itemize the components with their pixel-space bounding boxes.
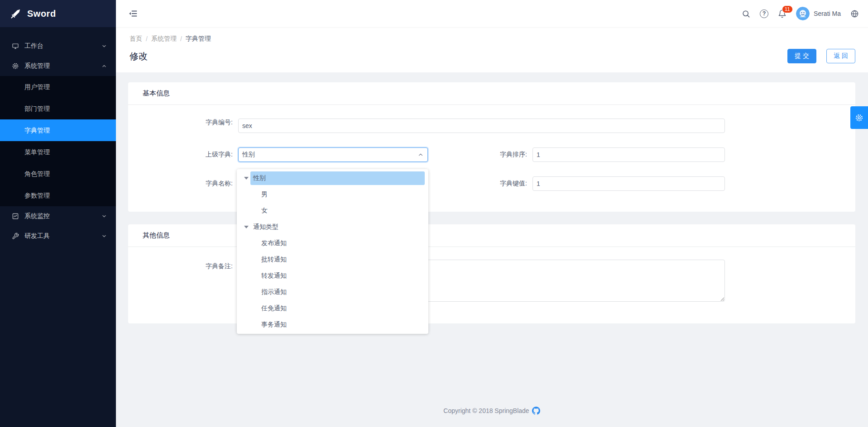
tree-node-label[interactable]: 指示通知 — [259, 285, 425, 299]
chevron-down-icon — [101, 43, 107, 49]
tree-node-label[interactable]: 任免通知 — [259, 302, 425, 315]
search-icon[interactable] — [742, 9, 750, 18]
tree-node[interactable]: 通知类型 — [237, 219, 428, 235]
footer: Copyright © 2018 SpringBlade — [128, 407, 855, 415]
github-icon[interactable] — [532, 407, 540, 415]
sidebar-item-param-mgmt[interactable]: 参数管理 — [0, 185, 116, 206]
tree-node[interactable]: 性别 — [237, 170, 428, 186]
dict-key-input[interactable] — [532, 176, 725, 191]
dict-sort-label: 字典排序: — [428, 151, 532, 159]
breadcrumb-current: 字典管理 — [186, 35, 211, 43]
dict-sort-input[interactable] — [532, 147, 725, 162]
breadcrumb-separator: / — [146, 35, 148, 43]
gear-icon — [12, 62, 19, 70]
tree-node[interactable]: 发布通知 — [237, 235, 428, 251]
sidebar-item-monitor[interactable]: 系统监控 — [0, 206, 116, 226]
form-row: 上级字典: 性别 字典排序: — [128, 147, 725, 162]
avatar — [796, 7, 810, 20]
copyright-text: Copyright © 2018 SpringBlade — [443, 407, 529, 414]
chevron-down-icon — [101, 214, 107, 219]
dict-name-label: 字典名称: — [128, 180, 238, 188]
line-chart-icon — [12, 213, 19, 220]
title-row: 修改 提 交 返 回 — [129, 49, 855, 63]
help-icon[interactable] — [760, 9, 768, 18]
globe-icon[interactable] — [850, 9, 859, 18]
app-root: Sword 工作台 系统管理 — [0, 0, 868, 427]
gear-icon — [855, 114, 863, 122]
chevron-up-icon — [101, 63, 107, 69]
sidebar-item-system[interactable]: 系统管理 — [0, 56, 116, 76]
tree-node-label[interactable]: 女 — [259, 204, 425, 218]
user-menu[interactable]: Serati Ma — [796, 7, 841, 20]
sidebar-item-label: 研发工具 — [24, 232, 101, 240]
sidebar-item-workbench[interactable]: 工作台 — [0, 36, 116, 56]
caret-placeholder — [250, 304, 259, 313]
form-row: 字典编号: — [128, 119, 725, 133]
submit-button[interactable]: 提 交 — [787, 49, 816, 63]
menu-fold-icon[interactable] — [128, 9, 138, 19]
tree-node[interactable]: 任免通知 — [237, 300, 428, 317]
chevron-down-icon — [101, 233, 107, 239]
notification-badge: 11 — [782, 5, 792, 13]
tree-node[interactable]: 指示通知 — [237, 284, 428, 300]
topbar-actions: 11 Serati Ma — [742, 7, 859, 20]
settings-fab-button[interactable] — [850, 106, 868, 129]
breadcrumb-home[interactable]: 首页 — [129, 35, 142, 43]
tree-node-label[interactable]: 发布通知 — [259, 237, 425, 250]
parent-dict-select[interactable]: 性别 — [238, 147, 428, 162]
dict-key-label: 字典键值: — [428, 180, 532, 188]
wrench-icon — [12, 232, 19, 240]
content: 基本信息 字典编号: 上级字典: 性别 — [116, 72, 868, 427]
back-button[interactable]: 返 回 — [826, 49, 855, 63]
tree-node[interactable]: 男 — [237, 186, 428, 203]
dict-code-label: 字典编号: — [128, 119, 238, 133]
caret-placeholder — [250, 239, 259, 247]
sidebar-item-label: 工作台 — [24, 42, 101, 50]
parent-dict-select-value: 性别 — [242, 151, 417, 159]
logo[interactable]: Sword — [0, 0, 116, 27]
caret-placeholder — [250, 256, 259, 264]
dict-code-input[interactable] — [238, 119, 725, 133]
sword-icon — [10, 8, 22, 19]
parent-dict-label: 上级字典: — [128, 151, 238, 159]
chevron-up-icon — [417, 152, 424, 158]
tree-node-label[interactable]: 事务通知 — [259, 318, 425, 332]
tree-node[interactable]: 女 — [237, 203, 428, 219]
caret-placeholder — [250, 288, 259, 296]
sidebar-nav: 工作台 系统管理 用户管理 部门管理 字典管理 — [0, 27, 116, 246]
user-name: Serati Ma — [814, 10, 841, 17]
tree-node-label[interactable]: 性别 — [250, 171, 425, 185]
caret-placeholder — [250, 207, 259, 215]
caret-down-icon[interactable] — [242, 223, 250, 231]
monitor-icon — [12, 43, 19, 50]
caret-placeholder — [250, 272, 259, 280]
caret-placeholder — [250, 190, 259, 199]
breadcrumb-system[interactable]: 系统管理 — [151, 35, 177, 43]
tree-node-label[interactable]: 男 — [259, 188, 425, 201]
tree-node[interactable]: 转发通知 — [237, 268, 428, 284]
dict-remark-label: 字典备注: — [128, 260, 238, 270]
notifications-button[interactable]: 11 — [778, 9, 786, 18]
caret-down-icon[interactable] — [242, 174, 250, 182]
title-actions: 提 交 返 回 — [787, 49, 855, 63]
basic-info-title: 基本信息 — [128, 82, 855, 105]
sidebar-item-user-mgmt[interactable]: 用户管理 — [0, 76, 116, 98]
topbar: 11 Serati Ma — [116, 0, 868, 27]
sidebar-submenu-system: 用户管理 部门管理 字典管理 菜单管理 角色管理 参数管理 — [0, 76, 116, 206]
sidebar: Sword 工作台 系统管理 — [0, 0, 116, 427]
sidebar-item-role-mgmt[interactable]: 角色管理 — [0, 163, 116, 185]
tree-node-label[interactable]: 批转通知 — [259, 253, 425, 266]
tree-node-label[interactable]: 转发通知 — [259, 269, 425, 283]
breadcrumb-separator: / — [180, 35, 182, 43]
tree-node[interactable]: 批转通知 — [237, 251, 428, 268]
sidebar-item-devtools[interactable]: 研发工具 — [0, 226, 116, 246]
sidebar-item-menu-mgmt[interactable]: 菜单管理 — [0, 141, 116, 163]
sidebar-item-label: 系统管理 — [24, 62, 101, 70]
page-title: 修改 — [129, 50, 148, 62]
sidebar-item-dict-mgmt[interactable]: 字典管理 — [0, 119, 116, 141]
tree-node-label[interactable]: 通知类型 — [250, 220, 425, 234]
sidebar-item-dept-mgmt[interactable]: 部门管理 — [0, 98, 116, 119]
caret-placeholder — [250, 321, 259, 329]
tree-node[interactable]: 事务通知 — [237, 317, 428, 333]
logo-text: Sword — [27, 9, 56, 19]
